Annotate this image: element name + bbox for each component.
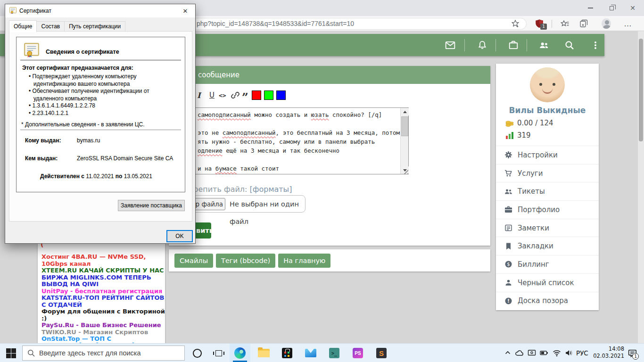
mail-icon[interactable] bbox=[445, 40, 455, 50]
tray-clock[interactable]: 14:08 02.03.2021 bbox=[593, 346, 624, 360]
sidebar-item-shameboard[interactable]: ! Доска позора bbox=[496, 292, 599, 310]
issuer-statement-button[interactable]: Заявление поставщика bbox=[118, 200, 185, 211]
rating-row: 319 bbox=[505, 131, 599, 140]
ad-link[interactable]: XTEEM.RU КАЧАЙ СКРИПТЫ У НАС bbox=[41, 267, 165, 274]
sidebar-item-billing[interactable]: $ Биллинг bbox=[496, 255, 599, 273]
message-textarea[interactable]: самоподписанный можно создать и юзать сп… bbox=[175, 107, 409, 174]
smilies-button[interactable]: Смайлы bbox=[174, 254, 213, 268]
ad-link[interactable]: Хостинг 4BA.RU — NVMe SSD, 10Gbps канал bbox=[41, 254, 165, 267]
textarea-scrollbar-thumb[interactable] bbox=[401, 116, 408, 136]
taskbar-mail-button[interactable] bbox=[300, 344, 321, 362]
sidebar-item-bookmarks[interactable]: Закладки bbox=[496, 237, 599, 255]
ad-link[interactable]: БИРЖА MIGLINKS.COM ТЕПЕРЬ ВЫВОД НА QIWI bbox=[41, 274, 165, 288]
window-restore-button[interactable] bbox=[604, 1, 619, 15]
taskbar-explorer-button[interactable] bbox=[253, 344, 274, 362]
tab-details[interactable]: Состав bbox=[37, 21, 65, 32]
collections-button[interactable] bbox=[579, 19, 588, 28]
textarea-scrollbar[interactable] bbox=[400, 108, 408, 174]
tray-wifi-icon[interactable] bbox=[553, 349, 561, 357]
search-icon[interactable] bbox=[564, 40, 575, 50]
ad-link[interactable]: PaySu.Ru - Ваше Бизнес Решение bbox=[41, 322, 165, 329]
bbcode-link-button[interactable] bbox=[231, 90, 240, 101]
tray-battery-icon[interactable] bbox=[540, 349, 548, 357]
dialog-title: Сертификат bbox=[19, 8, 51, 14]
issued-to-label: Кому выдан: bbox=[25, 137, 61, 144]
taskbar-photoshop-button[interactable]: PS bbox=[347, 344, 368, 362]
cortana-button[interactable] bbox=[187, 344, 207, 362]
message-text: самоподписанный можно создать и юзать сп… bbox=[198, 110, 400, 173]
address-bar-url[interactable]: php?topic_id=148738&q=1948533&id=7761&st… bbox=[197, 18, 354, 30]
tray-language-indicator[interactable]: РУС bbox=[576, 349, 588, 357]
taskbar-sublime-button[interactable]: S bbox=[371, 344, 392, 362]
screen: ✕ php?topic_id=148738&q=1948533&id=7761&… bbox=[0, 0, 644, 362]
tray-chevron-up-icon[interactable] bbox=[504, 349, 512, 357]
home-button[interactable]: На главную bbox=[278, 254, 330, 268]
purpose-item: Обеспечивает получение идентификации от … bbox=[29, 88, 177, 102]
bbcode-code-button[interactable]: <> bbox=[219, 90, 226, 101]
ad-link[interactable]: UnitPay - бесплатная регистрация bbox=[41, 288, 165, 295]
sidebar-item-portfolio[interactable]: Портфолио bbox=[496, 200, 599, 219]
tab-general[interactable]: Общие bbox=[9, 20, 37, 32]
taskbar-store-button[interactable] bbox=[277, 344, 297, 362]
bbcode-italic-button[interactable]: I bbox=[197, 90, 200, 101]
header-divider bbox=[495, 39, 496, 51]
sidebar-item-services[interactable]: Услуги bbox=[496, 164, 599, 182]
ad-link[interactable]: OnStat.Top — ТОП С ШИКАРНЕЙШЕЙ ОТДАЧЕЙ! bbox=[41, 336, 165, 343]
person-icon bbox=[504, 279, 512, 287]
ad-link[interactable]: TWIKO.RU - Магазин Скриптов bbox=[41, 329, 165, 336]
sidebar-item-label: Доска позора bbox=[518, 296, 568, 305]
browser-menu-button[interactable]: … bbox=[623, 19, 633, 28]
notifications-bell-icon[interactable] bbox=[477, 40, 487, 50]
star-list-icon bbox=[561, 19, 570, 28]
start-button[interactable] bbox=[0, 344, 22, 362]
bbcode-underline-button[interactable]: U bbox=[209, 90, 215, 101]
formats-link[interactable]: [форматы] bbox=[250, 185, 292, 194]
username[interactable]: Вилы Выкидные bbox=[496, 106, 599, 115]
scroll-up-button[interactable] bbox=[401, 108, 409, 115]
add-favorite-icon[interactable] bbox=[511, 19, 520, 28]
avatar[interactable] bbox=[530, 67, 565, 102]
tray-volume-icon[interactable] bbox=[565, 349, 573, 357]
taskbar-terminal-button[interactable]: >_ bbox=[324, 344, 345, 362]
favorites-button[interactable] bbox=[560, 19, 570, 28]
browser-profile-button[interactable] bbox=[602, 19, 611, 28]
taskbar-search-box[interactable]: Введите здесь текст для поиска bbox=[22, 346, 185, 361]
edge-icon bbox=[234, 347, 246, 359]
sidebar-item-blacklist[interactable]: Черный список bbox=[496, 273, 599, 292]
profile-avatar-icon bbox=[602, 18, 611, 29]
ad-link[interactable]: KATSTAT.RU-ТОП РЕЙТИНГ САЙТОВ С ОТДАЧЕЙ bbox=[41, 295, 165, 308]
bbcode-quote-button[interactable]: ” bbox=[242, 90, 248, 101]
ad-link[interactable]: Форум для общения с Викториной :) bbox=[41, 308, 165, 322]
cart-icon bbox=[504, 169, 512, 177]
tray-onedrive-icon[interactable] bbox=[515, 349, 523, 357]
window-close-button[interactable]: ✕ bbox=[626, 1, 640, 15]
tray-display-icon[interactable] bbox=[528, 349, 536, 357]
tab-certification-path[interactable]: Путь сертификации bbox=[65, 21, 125, 32]
briefcase-icon[interactable] bbox=[508, 40, 519, 50]
footer-buttons-panel: Смайлы Теги (bbcode) На главную bbox=[169, 249, 490, 272]
color-green-button[interactable] bbox=[264, 90, 273, 100]
ok-button[interactable]: OK bbox=[166, 230, 193, 242]
toolbar-divider bbox=[552, 20, 552, 28]
valid-from-date: 11.02.2021 bbox=[86, 173, 114, 180]
sidebar-menu: Настройки Услуги Тикеты Портфолио Заметк… bbox=[496, 146, 599, 310]
kebab-menu-icon[interactable] bbox=[590, 40, 601, 50]
search-placeholder: Введите здесь текст для поиска bbox=[39, 349, 141, 357]
note-icon bbox=[504, 224, 512, 232]
sidebar-item-notes[interactable]: Заметки bbox=[496, 219, 599, 237]
page-scrollbar[interactable] bbox=[638, 31, 644, 343]
sidebar-item-settings[interactable]: Настройки bbox=[496, 146, 599, 164]
sidebar-item-tickets[interactable]: Тикеты bbox=[496, 182, 599, 200]
bbcode-tags-button[interactable]: Теги (bbcode) bbox=[216, 254, 275, 268]
users-icon[interactable] bbox=[539, 40, 549, 50]
dialog-close-button[interactable]: ✕ bbox=[175, 4, 195, 17]
page-scrollbar-thumb[interactable] bbox=[639, 39, 643, 141]
color-blue-button[interactable] bbox=[276, 90, 286, 100]
dialog-title-bar[interactable]: Сертификат ✕ bbox=[5, 4, 195, 17]
store-tile bbox=[288, 355, 289, 357]
taskbar-edge-button[interactable] bbox=[230, 344, 250, 362]
task-view-button[interactable] bbox=[208, 344, 229, 362]
color-red-button[interactable] bbox=[252, 90, 261, 100]
window-minimize-button[interactable] bbox=[583, 1, 597, 15]
valid-to-label: по bbox=[116, 173, 123, 180]
